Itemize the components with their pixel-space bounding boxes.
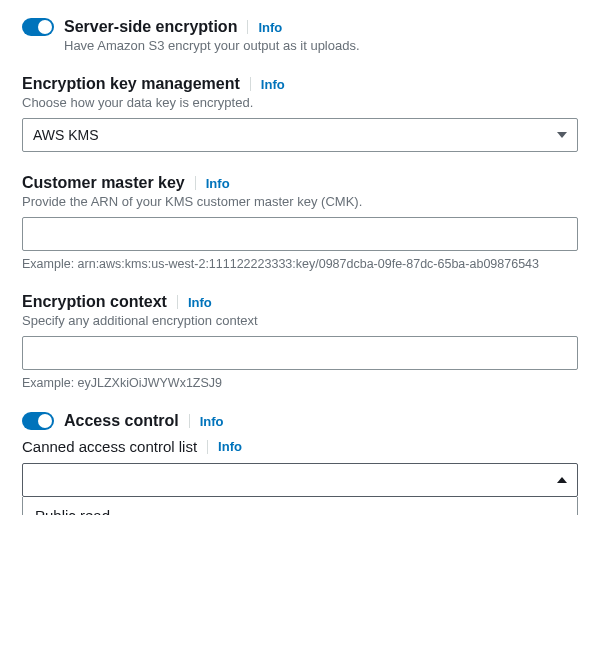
canned-acl-title: Canned access control list: [22, 438, 197, 455]
cmk-info-link[interactable]: Info: [206, 176, 230, 191]
divider: [195, 176, 196, 190]
cmk-example: Example: arn:aws:kms:us-west-2:111122223…: [22, 257, 578, 271]
divider: [189, 414, 190, 428]
divider: [177, 295, 178, 309]
canned-acl-info-link[interactable]: Info: [218, 439, 242, 454]
sse-info-link[interactable]: Info: [258, 20, 282, 35]
enc-ctx-info-link[interactable]: Info: [188, 295, 212, 310]
sse-toggle[interactable]: [22, 18, 54, 36]
enc-ctx-example: Example: eyJLZXkiOiJWYWx1ZSJ9: [22, 376, 578, 390]
divider: [250, 77, 251, 91]
key-mgmt-desc: Choose how your data key is encrypted.: [22, 95, 578, 110]
chevron-up-icon: [557, 477, 567, 483]
divider: [247, 20, 248, 34]
sse-desc: Have Amazon S3 encrypt your output as it…: [64, 38, 578, 53]
cmk-title: Customer master key: [22, 174, 185, 192]
chevron-down-icon: [557, 132, 567, 138]
enc-ctx-desc: Specify any additional encryption contex…: [22, 313, 578, 328]
enc-ctx-input[interactable]: [22, 336, 578, 370]
canned-acl-select[interactable]: [22, 463, 578, 497]
canned-acl-dropdown: Public read Authenticated read Bucket ow…: [22, 497, 578, 515]
access-toggle[interactable]: [22, 412, 54, 430]
enc-ctx-title: Encryption context: [22, 293, 167, 311]
access-title: Access control: [64, 412, 179, 430]
key-mgmt-info-link[interactable]: Info: [261, 77, 285, 92]
key-mgmt-select-value: AWS KMS: [33, 127, 99, 143]
cmk-desc: Provide the ARN of your KMS customer mas…: [22, 194, 578, 209]
key-mgmt-select[interactable]: AWS KMS: [22, 118, 578, 152]
acl-option-public-read[interactable]: Public read: [23, 497, 577, 515]
key-mgmt-title: Encryption key management: [22, 75, 240, 93]
access-info-link[interactable]: Info: [200, 414, 224, 429]
sse-title: Server-side encryption: [64, 18, 237, 36]
cmk-input[interactable]: [22, 217, 578, 251]
divider: [207, 440, 208, 454]
